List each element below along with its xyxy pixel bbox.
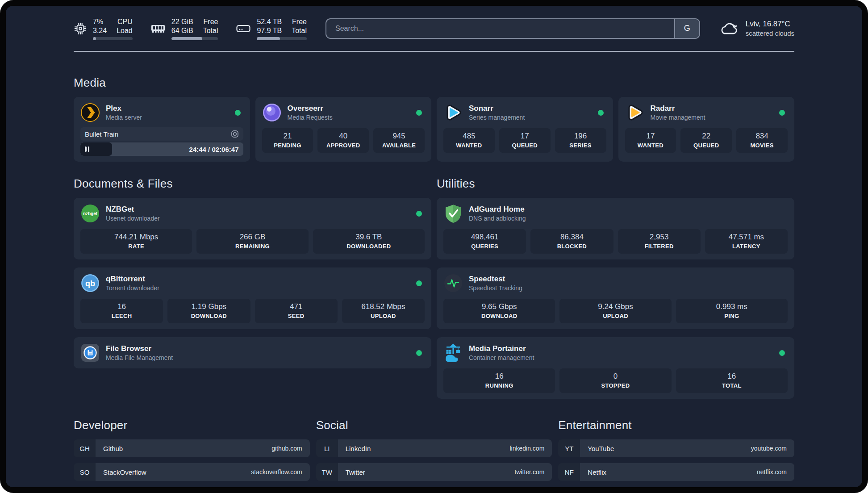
stat-tile: 266 GB REMAINING: [196, 229, 308, 254]
app-card-qbittorrent[interactable]: qb qBittorrent Torrent downloader 16 LEE…: [74, 267, 431, 329]
stat-label: RUNNING: [446, 382, 552, 389]
weather-condition: scattered clouds: [746, 29, 794, 37]
app-desc: Media server: [106, 114, 142, 121]
link-url: youtube.com: [751, 445, 787, 452]
stat-value: 0.993 ms: [679, 302, 785, 311]
stat-tile: 16 TOTAL: [676, 368, 788, 393]
app-card-speedtest[interactable]: Speedtest Speedtest Tracking 9.65 Gbps D…: [437, 267, 794, 329]
playback-progressbar[interactable]: 24:44 / 02:06:47: [80, 142, 243, 156]
disk-label-bottom: Total: [292, 26, 307, 35]
stat-value: 16: [446, 372, 552, 381]
link-youtube[interactable]: YT YouTube youtube.com: [558, 439, 794, 457]
status-dot: [416, 110, 422, 116]
app-card-radarr[interactable]: Radarr Movie management 17 WANTED 22 QUE…: [618, 97, 795, 162]
app-name: Plex: [106, 104, 142, 113]
stat-tile: 17 WANTED: [625, 128, 676, 153]
memory-free-value: 22 GiB: [171, 17, 193, 26]
link-url: netflix.com: [757, 468, 787, 476]
memory-label-bottom: Total: [203, 26, 218, 35]
speedtest-icon: [443, 273, 463, 293]
app-card-plex[interactable]: Plex Media server Bullet Train: [74, 97, 250, 162]
stat-label: LATENCY: [708, 243, 785, 250]
search-input[interactable]: [326, 19, 674, 38]
app-card-nzbget[interactable]: nzbget NZBGet Usenet downloader 744.21 M…: [74, 198, 431, 259]
link-dev[interactable]: DT DEV dev.to: [74, 487, 310, 487]
now-playing-title-row: Bullet Train: [80, 127, 243, 141]
app-name: File Browser: [106, 344, 173, 353]
stat-tile: 485 WANTED: [443, 128, 495, 153]
app-card-overseerr[interactable]: Overseerr Media Requests 21 PENDING 40 A…: [255, 97, 432, 162]
memory-total-value: 64 GiB: [171, 26, 193, 35]
section-title-developer: Developer: [74, 418, 310, 432]
stat-label: PING: [679, 313, 785, 319]
weather-location: Lviv, 16.87°C: [746, 20, 794, 29]
stat-value: 266 GB: [199, 233, 305, 242]
stat-tile: 86,384 BLOCKED: [530, 229, 613, 254]
stat-value: 485: [446, 132, 492, 141]
filebrowser-icon: [80, 343, 100, 363]
stat-tile: 618.52 Mbps UPLOAD: [342, 299, 425, 323]
link-linkedin[interactable]: LI LinkedIn linkedin.com: [316, 439, 552, 457]
stat-tile: 47.571 ms LATENCY: [705, 229, 788, 254]
session-camera-icon[interactable]: [231, 130, 239, 138]
stat-tile: 945 AVAILABLE: [373, 128, 425, 153]
link-stackoverflow[interactable]: SO StackOverflow stackoverflow.com: [74, 463, 310, 481]
utilities-column: Utilities AdGuard Home DNS and adblockin…: [437, 177, 794, 399]
app-name: AdGuard Home: [469, 205, 526, 214]
memory-progressbar: [171, 37, 218, 40]
weather-widget[interactable]: Lviv, 16.87°C scattered clouds: [719, 20, 794, 37]
link-github[interactable]: GH Github github.com: [74, 439, 310, 457]
qbittorrent-icon: qb: [80, 273, 100, 293]
link-url: linkedin.com: [510, 445, 545, 452]
cpu-label-bottom: Load: [117, 26, 133, 35]
cpu-label-top: CPU: [117, 17, 133, 26]
stat-value: 9.24 Gbps: [562, 302, 668, 311]
stat-tile: 9.65 Gbps DOWNLOAD: [443, 299, 555, 323]
stat-label: REMAINING: [199, 243, 305, 250]
app-card-sonarr[interactable]: Sonarr Series management 485 WANTED 17 Q…: [437, 97, 613, 162]
app-card-portainer[interactable]: Media Portainer Container management 16 …: [437, 337, 794, 399]
link-twitter[interactable]: TW Twitter twitter.com: [316, 463, 552, 481]
link-url: twitter.com: [514, 468, 544, 476]
link-abbr: TW: [316, 463, 338, 481]
status-dot: [598, 110, 604, 116]
stat-tile: 40 APPROVED: [317, 128, 369, 153]
link-reddit[interactable]: RE Reddit reddit.com: [558, 487, 794, 487]
stat-label: DOWNLOADED: [316, 243, 422, 250]
stat-value: 22: [683, 132, 729, 141]
link-name: Netflix: [588, 468, 606, 476]
stat-label: SERIES: [558, 142, 604, 149]
link-abbr: SO: [74, 463, 96, 481]
media-grid: Plex Media server Bullet Train: [74, 97, 794, 162]
sonarr-icon: [443, 103, 463, 122]
link-abbr: GH: [74, 439, 96, 457]
search-engine-button[interactable]: G: [674, 19, 699, 38]
stat-label: TOTAL: [679, 382, 785, 389]
app-desc: Media File Management: [106, 354, 173, 361]
link-netflix[interactable]: NF Netflix netflix.com: [558, 463, 794, 481]
disk-stat: 52.4 TB 97.9 TB Free Total: [236, 17, 307, 40]
stat-label: QUEUED: [502, 142, 548, 149]
pause-icon[interactable]: [85, 146, 89, 152]
topbar: 7% 3.24 CPU Load: [74, 17, 794, 40]
stat-value: 945: [376, 132, 422, 141]
cloud-icon: [719, 21, 739, 37]
stat-tile: 2,953 FILTERED: [618, 229, 701, 254]
link-name: YouTube: [588, 445, 614, 452]
search-bar[interactable]: G: [326, 18, 700, 39]
stat-label: FILTERED: [621, 243, 698, 250]
stat-label: BLOCKED: [533, 243, 610, 250]
link-name: Github: [103, 445, 123, 452]
stat-tile: 1.19 Gbps DOWNLOAD: [167, 299, 250, 323]
memory-stat: 22 GiB 64 GiB Free Total: [150, 17, 218, 40]
cpu-progressbar: [93, 37, 133, 40]
status-dot: [779, 110, 785, 116]
app-name: Media Portainer: [469, 344, 534, 353]
stat-tile: 17 QUEUED: [499, 128, 551, 153]
memory-icon: [150, 23, 166, 34]
stat-label: RATE: [83, 243, 189, 250]
app-desc: Torrent downloader: [106, 284, 159, 292]
app-card-adguard[interactable]: AdGuard Home DNS and adblocking 498,461 …: [437, 198, 794, 259]
app-card-filebrowser[interactable]: File Browser Media File Management: [74, 337, 431, 368]
stat-label: UPLOAD: [562, 313, 668, 319]
